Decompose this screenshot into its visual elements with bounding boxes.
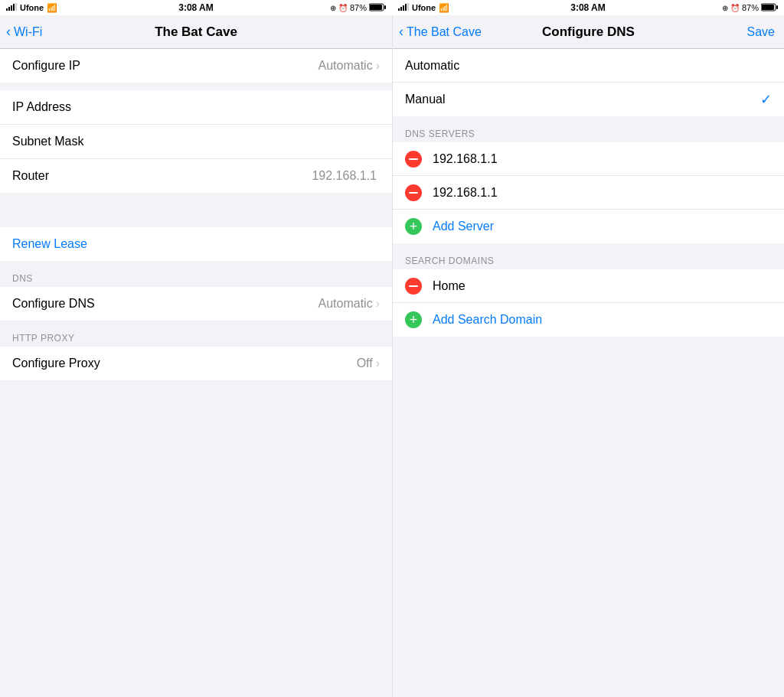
wifi-icon-right: 📶 — [439, 3, 449, 13]
add-server-label: Add Server — [433, 220, 494, 233]
separator-right-1 — [393, 116, 784, 124]
dns-servers-header: DNS SERVERS — [393, 124, 784, 142]
left-panel: ‹ Wi-Fi The Bat Cave Configure IP Automa… — [0, 15, 392, 697]
svg-rect-4 — [15, 3, 17, 11]
configure-proxy-value: Off — [357, 357, 373, 370]
ip-address-row: IP Address — [0, 90, 392, 124]
battery-icon-right — [761, 3, 778, 13]
battery-text-left: 87% — [350, 3, 367, 12]
subnet-mask-row: Subnet Mask — [0, 125, 392, 158]
search-domain-home: Home — [393, 269, 784, 303]
back-label-left: Wi-Fi — [14, 25, 42, 39]
configure-ip-row[interactable]: Configure IP Automatic › — [0, 49, 392, 83]
router-value: 192.168.1.1 — [312, 169, 377, 183]
right-nav-bar: ‹ The Bat Cave Configure DNS Save — [393, 15, 784, 49]
svg-rect-11 — [405, 4, 407, 11]
add-server-icon — [405, 218, 422, 235]
configure-ip-value: Automatic — [318, 59, 373, 73]
svg-rect-6 — [384, 5, 386, 9]
configure-dns-chevron: › — [376, 297, 380, 311]
separator-3 — [0, 261, 392, 269]
svg-rect-14 — [776, 5, 778, 9]
battery-text-right: 87% — [742, 3, 759, 12]
alarm-icon-right: ⏰ — [730, 4, 740, 12]
save-button[interactable]: Save — [747, 25, 775, 39]
wifi-icon-left: 📶 — [47, 3, 57, 13]
add-server-row[interactable]: Add Server — [393, 210, 784, 243]
nav-title-right: Configure DNS — [542, 24, 635, 40]
add-search-domain-icon — [405, 311, 422, 328]
mode-manual-checkmark: ✓ — [760, 91, 772, 108]
right-panel: ‹ The Bat Cave Configure DNS Save Automa… — [392, 15, 784, 697]
signal-icon-right — [398, 3, 409, 12]
carrier-right: Ufone — [412, 3, 436, 12]
time-left: 3:08 AM — [178, 2, 214, 13]
back-chevron-right: ‹ — [399, 24, 403, 40]
separator-1 — [0, 83, 392, 90]
router-label: Router — [12, 169, 312, 183]
svg-rect-12 — [407, 3, 409, 11]
svg-rect-1 — [8, 7, 10, 11]
status-bar-left: Ufone 📶 3:08 AM ⊕ ⏰ 87% — [0, 0, 392, 15]
http-proxy-header: HTTP PROXY — [0, 328, 392, 347]
home-domain-label: Home — [433, 279, 466, 293]
renew-lease-label: Renew Lease — [12, 237, 87, 251]
svg-rect-7 — [370, 5, 382, 10]
remove-dns-server-2-button[interactable] — [405, 184, 422, 201]
svg-rect-15 — [762, 5, 774, 10]
battery-icon-left — [369, 3, 386, 13]
left-nav-bar: ‹ Wi-Fi The Bat Cave — [0, 15, 392, 49]
location-icon-right: ⊕ — [722, 4, 728, 12]
alarm-icon-left: ⏰ — [338, 4, 348, 12]
svg-rect-10 — [403, 5, 404, 11]
time-right: 3:08 AM — [570, 2, 606, 13]
configure-dns-value: Automatic — [318, 297, 373, 311]
add-search-domain-row[interactable]: Add Search Domain — [393, 303, 784, 337]
remove-dns-server-1-button[interactable] — [405, 151, 422, 168]
subnet-mask-label: Subnet Mask — [12, 135, 380, 148]
nav-title-left: The Bat Cave — [155, 24, 237, 40]
mode-manual-row[interactable]: Manual ✓ — [393, 83, 784, 116]
dns-server-1-ip: 192.168.1.1 — [433, 152, 498, 166]
dns-server-2-ip: 192.168.1.1 — [433, 186, 498, 200]
back-label-right: The Bat Cave — [407, 25, 482, 39]
dns-server-1: 192.168.1.1 — [393, 142, 784, 176]
add-search-domain-label: Add Search Domain — [433, 313, 542, 327]
separator-4 — [0, 321, 392, 328]
mode-automatic-label: Automatic — [405, 59, 772, 73]
configure-proxy-chevron: › — [376, 357, 380, 370]
configure-proxy-row[interactable]: Configure Proxy Off › — [0, 347, 392, 380]
svg-rect-0 — [6, 8, 8, 11]
svg-rect-3 — [13, 4, 15, 11]
separator-2 — [0, 193, 392, 200]
remove-home-domain-button[interactable] — [405, 278, 422, 295]
spacer-1 — [0, 200, 392, 227]
separator-right-2 — [393, 243, 784, 251]
ip-address-label: IP Address — [12, 100, 380, 114]
renew-lease-row[interactable]: Renew Lease — [0, 227, 392, 261]
back-button-right[interactable]: ‹ The Bat Cave — [399, 24, 482, 40]
svg-rect-2 — [11, 5, 12, 11]
configure-ip-label: Configure IP — [12, 59, 318, 73]
router-row: Router 192.168.1.1 — [0, 159, 392, 193]
configure-proxy-label: Configure Proxy — [12, 357, 357, 370]
configure-dns-row[interactable]: Configure DNS Automatic › — [0, 287, 392, 321]
back-chevron-left: ‹ — [6, 24, 11, 40]
svg-rect-8 — [398, 8, 400, 11]
search-domains-header: SEARCH DOMAINS — [393, 251, 784, 269]
status-bar-right: Ufone 📶 3:08 AM ⊕ ⏰ 87% — [392, 0, 784, 15]
dns-server-2: 192.168.1.1 — [393, 176, 784, 210]
mode-automatic-row[interactable]: Automatic — [393, 49, 784, 83]
location-icon-left: ⊕ — [330, 4, 336, 12]
svg-rect-9 — [400, 7, 402, 11]
configure-dns-label: Configure DNS — [12, 297, 318, 311]
configure-ip-chevron: › — [376, 59, 380, 73]
signal-icon-left — [6, 3, 17, 12]
back-button-left[interactable]: ‹ Wi-Fi — [6, 24, 42, 40]
mode-manual-label: Manual — [405, 93, 754, 106]
carrier-left: Ufone — [20, 3, 44, 12]
dns-section-header: DNS — [0, 269, 392, 287]
